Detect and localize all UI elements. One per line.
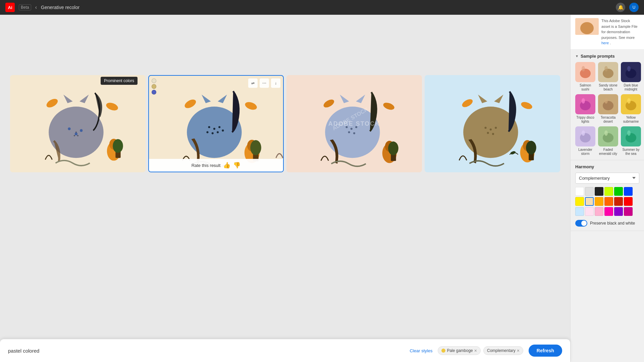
prompt-terracotta[interactable]: Terracotta desert: [598, 94, 618, 124]
stock-description: This Adobe Stock asset is a Sample File …: [601, 18, 639, 46]
stock-info: This Adobe Stock asset is a Sample File …: [571, 15, 644, 50]
svg-point-79: [604, 66, 608, 71]
swatch-green[interactable]: [614, 187, 623, 196]
rate-bar: Rate this result 👍 👎: [149, 159, 283, 172]
prompt-dark-blue[interactable]: Dark blue midnight: [621, 62, 641, 92]
swatch-dark-red[interactable]: [614, 197, 623, 206]
adobe-logo: Ai: [5, 3, 15, 12]
swatch-red[interactable]: [624, 197, 633, 206]
swatch-hot-pink[interactable]: [604, 207, 613, 216]
swatch-purple[interactable]: [614, 207, 623, 216]
notification-icon[interactable]: 🔔: [616, 3, 625, 12]
more-button[interactable]: ⋯: [260, 78, 269, 88]
swatch-orange-light[interactable]: [595, 197, 603, 206]
harmony-title: Harmony: [575, 164, 639, 169]
prominent-colors-tooltip: Prominent colors: [101, 77, 138, 85]
app-title: Generative recolor: [41, 5, 79, 10]
collapse-icon[interactable]: ▼: [575, 54, 579, 58]
rate-text: Rate this result: [192, 163, 221, 168]
svg-point-24: [218, 126, 220, 128]
topbar: Ai Beta ‹ Generative recolor 🔔 U: [0, 0, 644, 15]
prompt-text: pastel colored: [8, 348, 404, 354]
swatches-row-2: [575, 197, 639, 206]
svg-point-25: [206, 131, 208, 133]
svg-point-70: [580, 22, 594, 34]
clear-styles-button[interactable]: Clear styles: [410, 348, 432, 353]
right-panel: This Adobe Stock asset is a Sample File …: [570, 15, 644, 362]
swatch-orange[interactable]: [604, 197, 613, 206]
prompt-label-darkblue: Dark blue midnight: [621, 83, 641, 92]
color-dot-1: [152, 78, 156, 83]
stock-link[interactable]: here: [601, 41, 609, 45]
result-card-4[interactable]: [425, 75, 560, 172]
prompt-tags: Pale gamboge × Complementary ×: [438, 346, 523, 355]
prompt-label-summer: Summer by the sea: [621, 148, 641, 156]
tag-remove-pale-gamboge[interactable]: ×: [474, 348, 477, 353]
prompt-label-terracotta: Terracotta desert: [598, 116, 618, 124]
cat-illustration-2: [149, 76, 283, 172]
svg-point-50: [388, 141, 398, 155]
tag-color-swatch: [441, 349, 445, 353]
prompt-label-yellow-sub: Yellow submarine: [621, 116, 641, 124]
svg-point-15: [80, 129, 83, 132]
result-card-2[interactable]: ⇌ ⋯ ↓: [148, 75, 284, 172]
swatch-lime[interactable]: [604, 187, 613, 196]
svg-point-81: [626, 69, 636, 78]
sample-prompts-title: ▼ Sample prompts: [575, 54, 639, 59]
refresh-button[interactable]: Refresh: [529, 345, 562, 357]
prompt-summer[interactable]: Summer by the sea: [621, 126, 641, 156]
back-button[interactable]: ‹: [35, 4, 37, 10]
prompt-yellow-submarine[interactable]: Yellow submarine: [621, 94, 641, 124]
swatch-yellow[interactable]: [575, 197, 584, 206]
thumbup-button[interactable]: 👍: [223, 162, 230, 169]
cat-illustration-3: ADOBE STOCK: [287, 76, 421, 172]
preserve-label: Preserve black and white: [590, 221, 635, 226]
prompt-label-faded: Faded emerald city: [598, 148, 618, 156]
prompt-salmon-sushi[interactable]: Salmon sushi: [575, 62, 595, 92]
swatch-wheat[interactable]: [585, 197, 594, 206]
svg-point-42: [355, 126, 357, 128]
toggle-knob: [581, 221, 587, 226]
svg-point-34: [250, 140, 261, 155]
sample-prompts-section: ▼ Sample prompts Salmon sushi Sandy ston…: [571, 50, 644, 160]
svg-point-83: [627, 66, 631, 71]
prompt-trippy[interactable]: Trippy disco lights: [575, 94, 595, 124]
prompts-grid: Salmon sushi Sandy stone beach Dark blue…: [575, 62, 639, 156]
preserve-toggle[interactable]: [575, 220, 587, 227]
svg-point-61: [492, 133, 494, 135]
svg-point-89: [603, 101, 613, 110]
swatch-lightgray[interactable]: [585, 187, 594, 196]
svg-point-44: [353, 132, 355, 134]
swatch-blue[interactable]: [624, 187, 633, 196]
thumbdown-button[interactable]: 👎: [233, 162, 240, 169]
image-grid: ⇌ ⋯ ↓: [7, 75, 564, 172]
svg-point-73: [580, 69, 591, 78]
swatch-black[interactable]: [595, 187, 603, 196]
tag-remove-complementary[interactable]: ×: [517, 348, 520, 353]
svg-point-95: [627, 98, 631, 104]
swatch-light-pink[interactable]: [585, 207, 594, 216]
shuffle-button[interactable]: ⇌: [248, 78, 258, 88]
download-button[interactable]: ↓: [271, 78, 280, 88]
prompt-sandy-stone[interactable]: Sandy stone beach: [598, 62, 618, 92]
user-avatar[interactable]: U: [629, 3, 639, 12]
swatch-magenta[interactable]: [624, 207, 633, 216]
prompt-lavender[interactable]: Lavender storm: [575, 126, 595, 156]
result-card-1[interactable]: [10, 75, 146, 172]
result-card-3[interactable]: ADOBE STOCK ADOBE STOCK: [286, 75, 422, 172]
svg-point-99: [582, 130, 585, 136]
svg-point-101: [603, 133, 613, 142]
prompt-faded-emerald[interactable]: Faded emerald city: [598, 126, 618, 156]
harmony-dropdown[interactable]: Complementary Analogous Triadic Tetradic…: [575, 173, 639, 184]
cat-illustration-1: [11, 76, 145, 172]
prompt-label-trippy: Trippy disco lights: [575, 116, 595, 124]
color-swatches: [575, 187, 639, 216]
svg-point-27: [217, 131, 219, 133]
swatch-white[interactable]: [575, 187, 584, 196]
swatch-light-blue[interactable]: [575, 207, 584, 216]
svg-point-16: [75, 133, 77, 135]
swatch-pink[interactable]: [595, 207, 603, 216]
svg-point-107: [627, 130, 631, 136]
tag-label-pale-gamboge: Pale gamboge: [447, 348, 473, 353]
svg-point-97: [580, 133, 591, 142]
